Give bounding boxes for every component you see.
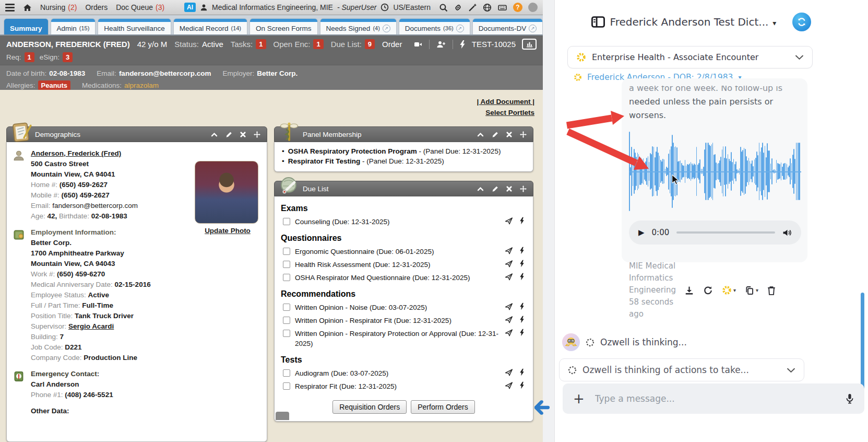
refresh-icon[interactable] bbox=[703, 286, 713, 295]
edit-pencil-icon[interactable] bbox=[225, 131, 232, 138]
video-call-icon[interactable] bbox=[413, 40, 423, 49]
globe-icon[interactable] bbox=[483, 3, 492, 12]
collapse-icon[interactable] bbox=[211, 132, 218, 137]
req-count-badge[interactable]: 1 bbox=[25, 52, 34, 62]
due-item-label[interactable]: Written Opinion - Respirator Fit (Due: 1… bbox=[295, 316, 504, 325]
download-icon[interactable] bbox=[684, 286, 694, 295]
select-portlets-link[interactable]: Select Portlets bbox=[485, 109, 534, 117]
requisition-orders-button[interactable]: Requisition Orders bbox=[332, 400, 407, 414]
home-icon[interactable] bbox=[23, 3, 32, 12]
send-order-icon[interactable] bbox=[505, 368, 513, 377]
checkbox[interactable] bbox=[283, 369, 290, 377]
quick-action-bolt-icon[interactable] bbox=[519, 303, 525, 310]
trash-icon[interactable] bbox=[767, 286, 776, 295]
checkbox[interactable] bbox=[283, 248, 290, 255]
link-icon[interactable] bbox=[454, 3, 462, 12]
move-icon[interactable] bbox=[520, 131, 527, 138]
due-item-label[interactable]: Ergonomic Questionnaire (Due: 06-01-2025… bbox=[295, 247, 504, 257]
edit-pencil-icon[interactable] bbox=[492, 185, 498, 192]
update-photo-link[interactable]: Update Photo bbox=[205, 227, 251, 235]
due-list-count-badge[interactable]: 9 bbox=[365, 39, 375, 49]
volume-icon[interactable] bbox=[782, 228, 792, 237]
panel-name[interactable]: OSHA Respiratory Protection Program bbox=[288, 147, 417, 155]
due-item-label[interactable]: Written Opinion - Respiratory Protection… bbox=[295, 329, 500, 348]
collapse-icon[interactable] bbox=[477, 132, 484, 137]
patient-name[interactable]: ANDERSON, FREDERICK (FRED) bbox=[6, 40, 130, 49]
send-order-icon[interactable] bbox=[505, 329, 513, 337]
send-order-icon[interactable] bbox=[505, 381, 513, 390]
checkbox[interactable] bbox=[283, 317, 290, 324]
title-caret-icon[interactable]: ▾ bbox=[772, 19, 776, 27]
due-item-label[interactable]: Respirator Fit (Due: 12-31-2025) bbox=[295, 381, 504, 391]
chart-stats-button[interactable] bbox=[522, 39, 537, 50]
org-name[interactable]: Medical Informatics Engineering, MIE bbox=[212, 3, 333, 11]
quick-action-bolt-icon[interactable] bbox=[519, 381, 525, 389]
perform-orders-button[interactable]: Perform Orders bbox=[411, 400, 474, 414]
add-document-link[interactable]: | Add Document | bbox=[477, 98, 534, 106]
quick-action-bolt-icon[interactable] bbox=[519, 217, 525, 225]
quick-action-bolt-icon[interactable] bbox=[519, 368, 525, 376]
send-order-icon[interactable] bbox=[505, 316, 513, 324]
close-icon[interactable] bbox=[240, 132, 246, 137]
medication-value[interactable]: alprazolam bbox=[124, 82, 159, 89]
keyboard-icon[interactable] bbox=[497, 3, 507, 12]
collapse-icon[interactable] bbox=[477, 187, 484, 191]
send-order-icon[interactable] bbox=[505, 273, 513, 281]
tasks-counter[interactable]: Tasks: 1 bbox=[231, 39, 266, 49]
send-order-icon[interactable] bbox=[505, 217, 513, 225]
attach-plus-button[interactable]: + bbox=[573, 392, 585, 405]
due-item-label[interactable]: OSHA Respirator Med Questionnaire (Due: … bbox=[295, 273, 504, 283]
nav-orders[interactable]: Orders bbox=[85, 3, 108, 11]
due-list-header[interactable]: Due List bbox=[274, 181, 533, 196]
microphone-icon[interactable] bbox=[846, 393, 854, 404]
allergy-badge[interactable]: Peanuts bbox=[38, 80, 71, 90]
hamburger-menu-icon[interactable] bbox=[5, 4, 15, 11]
help-icon[interactable]: ? bbox=[513, 3, 522, 12]
close-icon[interactable] bbox=[506, 186, 512, 192]
seek-slider[interactable] bbox=[676, 231, 775, 234]
wand-icon[interactable] bbox=[468, 3, 477, 12]
panel-membership-header[interactable]: Panel Membership bbox=[274, 126, 533, 142]
esign-counter[interactable]: eSign: 3 bbox=[40, 52, 73, 62]
timezone-label[interactable]: US/Eastern bbox=[393, 3, 431, 11]
tab-summary[interactable]: Summary bbox=[4, 19, 48, 34]
req-counter[interactable]: Req: 1 bbox=[6, 52, 34, 62]
nav-doc-queue[interactable]: Doc Queue (3) bbox=[116, 3, 164, 11]
panel-name[interactable]: Respirator Fit Testing bbox=[288, 157, 361, 165]
ai-badge[interactable]: AI bbox=[184, 3, 196, 12]
tab-documents[interactable]: Documents (36) ↗ bbox=[399, 19, 470, 34]
edit-pencil-icon[interactable] bbox=[492, 131, 498, 138]
close-icon[interactable] bbox=[506, 132, 512, 137]
supervisor-link[interactable]: Sergio Acardi bbox=[68, 322, 114, 330]
checkbox[interactable] bbox=[283, 274, 290, 281]
open-enc-count-badge[interactable]: 1 bbox=[313, 39, 323, 49]
waveform[interactable] bbox=[629, 132, 801, 211]
send-order-icon[interactable] bbox=[505, 247, 513, 255]
due-item-label[interactable]: Health Risk Assessment (Due: 12-31-2025) bbox=[295, 260, 504, 270]
gear-menu[interactable]: ▾ bbox=[722, 285, 736, 295]
external-link-icon[interactable]: ↗ bbox=[529, 25, 537, 32]
add-person-icon[interactable] bbox=[436, 40, 446, 49]
encounter-selector[interactable]: Enterprise Health - Associate Encounter bbox=[567, 46, 813, 68]
quick-action-bolt-icon[interactable] bbox=[519, 316, 525, 323]
chevron-down-icon[interactable] bbox=[795, 54, 804, 60]
copy-menu[interactable]: ▾ bbox=[745, 286, 758, 295]
chevron-down-icon[interactable] bbox=[787, 367, 795, 373]
panel-divider[interactable] bbox=[543, 0, 555, 442]
send-order-icon[interactable] bbox=[505, 303, 513, 311]
quick-action-bolt-icon[interactable] bbox=[519, 247, 525, 254]
move-icon[interactable] bbox=[520, 185, 527, 192]
tab-medical-record[interactable]: Medical Record (14) bbox=[174, 19, 247, 34]
collapse-panel-arrow-icon[interactable] bbox=[534, 400, 550, 415]
quick-action-bolt-icon[interactable] bbox=[519, 260, 525, 267]
message-input[interactable] bbox=[595, 393, 835, 404]
checkbox[interactable] bbox=[283, 218, 290, 225]
send-order-icon[interactable] bbox=[505, 260, 513, 268]
quick-action-bolt-icon[interactable] bbox=[519, 273, 525, 281]
account-circle-icon[interactable] bbox=[528, 3, 538, 12]
bolt-icon[interactable] bbox=[459, 40, 466, 49]
search-icon[interactable] bbox=[439, 3, 448, 12]
tab-documents-dv[interactable]: Documents-DV ↗ bbox=[473, 19, 543, 34]
nav-nursing[interactable]: Nursing (2) bbox=[40, 3, 77, 11]
sidebar-toggle-icon[interactable] bbox=[591, 16, 605, 28]
